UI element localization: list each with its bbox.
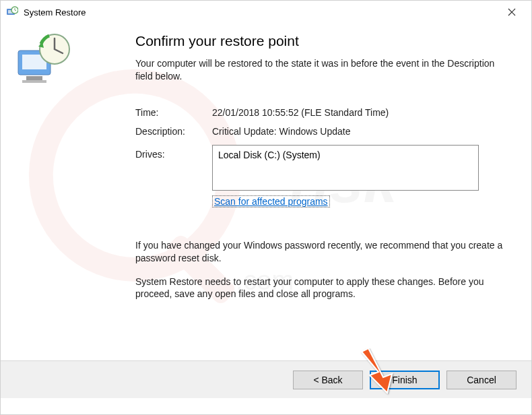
content-area: Confirm your restore point Your computer… xyxy=(1,24,531,360)
window-title: System Restore xyxy=(24,7,498,18)
main-panel: Confirm your restore point Your computer… xyxy=(135,30,511,354)
button-bar: < Back Finish Cancel xyxy=(1,360,531,398)
finish-button[interactable]: Finish xyxy=(370,371,440,389)
cancel-button[interactable]: Cancel xyxy=(446,371,517,389)
drives-label: Drives: xyxy=(135,145,212,191)
scan-link-row: Scan for affected programs xyxy=(212,196,511,207)
description-value: Critical Update: Windows Update xyxy=(212,126,350,137)
time-value: 22/01/2018 10:55:52 (FLE Standard Time) xyxy=(212,107,389,118)
drives-row: Drives: Local Disk (C:) (System) xyxy=(135,145,511,191)
password-note: If you have changed your Windows passwor… xyxy=(135,239,511,265)
drives-listbox[interactable]: Local Disk (C:) (System) xyxy=(212,145,479,191)
svg-rect-9 xyxy=(26,76,42,80)
back-button[interactable]: < Back xyxy=(293,371,363,389)
page-subtext: Your computer will be restored to the st… xyxy=(135,57,511,83)
page-heading: Confirm your restore point xyxy=(135,33,511,49)
scan-affected-link[interactable]: Scan for affected programs xyxy=(212,195,330,208)
titlebar: System Restore xyxy=(1,1,531,24)
description-row: Description: Critical Update: Windows Up… xyxy=(135,126,511,137)
system-restore-icon xyxy=(6,6,18,18)
close-button[interactable] xyxy=(498,3,526,21)
wizard-icon xyxy=(14,30,135,354)
description-label: Description: xyxy=(135,126,212,137)
restart-note: System Restore needs to restart your com… xyxy=(135,276,511,301)
drives-list-item[interactable]: Local Disk (C:) (System) xyxy=(218,150,473,160)
time-label: Time: xyxy=(135,107,212,118)
time-row: Time: 22/01/2018 10:55:52 (FLE Standard … xyxy=(135,107,511,118)
svg-rect-10 xyxy=(22,80,46,83)
